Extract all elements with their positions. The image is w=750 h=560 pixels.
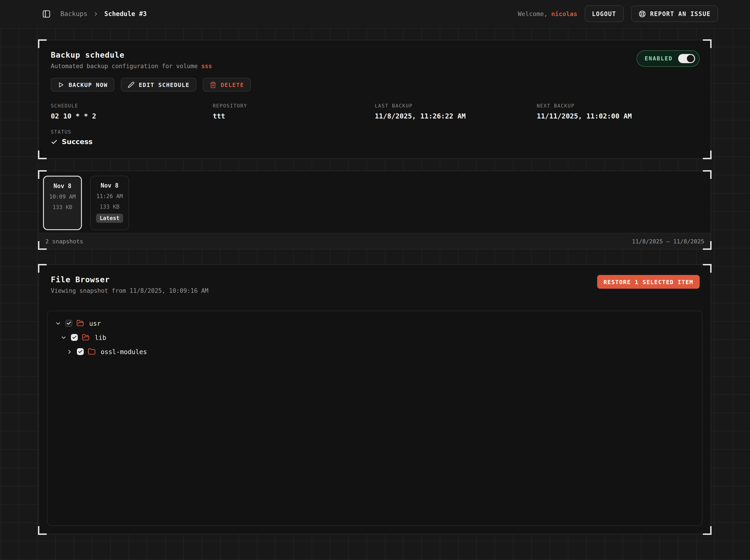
file-browser-panel: File Browser Viewing snapshot from 11/8/… (38, 264, 711, 534)
breadcrumb-section[interactable]: Backups (60, 10, 87, 17)
corner-bracket (703, 264, 712, 273)
file-browser-header-text: File Browser Viewing snapshot from 11/8/… (51, 275, 209, 294)
corner-bracket (703, 151, 712, 159)
status-block: STATUS Success (39, 120, 711, 146)
backup-now-button[interactable]: BACKUP NOW (51, 78, 115, 92)
welcome-text: Welcome, nicolas (518, 10, 577, 17)
panel-subtitle: Automated backup configuration for volum… (51, 63, 212, 69)
field-next-backup: NEXT BACKUP 11/11/2025, 11:02:00 AM (537, 103, 699, 120)
folder-open-icon (76, 319, 84, 327)
field-value: 02 10 * * 2 (51, 112, 213, 120)
field-value: 11/11/2025, 11:02:00 AM (537, 112, 699, 120)
latest-badge: Latest (96, 214, 123, 223)
top-bar-right: Welcome, nicolas LOGOUT REPORT AN ISSUE (518, 5, 718, 22)
enabled-label: ENABLED (645, 55, 673, 62)
page-title: Backup schedule (51, 50, 212, 59)
tree-item-name: lib (95, 334, 106, 341)
field-value: ttt (213, 112, 375, 120)
file-browser-subtitle: Viewing snapshot from 11/8/2025, 10:09:1… (51, 287, 209, 294)
play-icon (58, 81, 64, 88)
field-schedule: SCHEDULE 02 10 * * 2 (51, 103, 213, 120)
top-bar: Backups Schedule #3 Welcome, nicolas LOG… (0, 0, 750, 27)
username: nicolas (551, 10, 577, 17)
schedule-actions: BACKUP NOW EDIT SCHEDULE DELETE (39, 69, 711, 92)
corner-bracket (703, 526, 712, 535)
corner-bracket (703, 170, 712, 179)
snapshot-date: Nov 8 (91, 182, 129, 189)
restore-selected-button[interactable]: RESTORE 1 SELECTED ITEM (597, 275, 700, 289)
corner-bracket (38, 241, 47, 250)
tree-item-name: ossl-modules (101, 348, 147, 355)
field-label: REPOSITORY (213, 103, 375, 108)
snapshot-size: 133 KB (91, 204, 129, 210)
folder-icon (88, 348, 96, 356)
snapshot-card[interactable]: Nov 8 11:26 AM 133 KB Latest (90, 176, 129, 230)
corner-bracket (38, 170, 47, 179)
snapshot-date-range: 11/8/2025 – 11/8/2025 (632, 238, 704, 244)
corner-bracket (38, 39, 47, 48)
snapshot-cards: Nov 8 10:09 AM 133 KB Nov 8 11:26 AM 133… (43, 176, 129, 230)
lifebuoy-icon (638, 10, 646, 18)
snapshots-footer: 2 snapshots 11/8/2025 – 11/8/2025 (39, 233, 711, 249)
app-root: Backups Schedule #3 Welcome, nicolas LOG… (0, 0, 750, 560)
backup-schedule-panel: Backup schedule Automated backup configu… (38, 40, 711, 159)
chevron-down-icon[interactable] (60, 334, 67, 341)
file-tree: usr lib ossl-modules (47, 311, 703, 526)
field-repository: REPOSITORY ttt (213, 103, 375, 120)
field-label: NEXT BACKUP (537, 103, 699, 108)
schedule-fields: SCHEDULE 02 10 * * 2 REPOSITORY ttt LAST… (39, 92, 711, 120)
report-issue-button[interactable]: REPORT AN ISSUE (631, 5, 718, 22)
sidebar-toggle-icon[interactable] (40, 8, 52, 20)
field-label: SCHEDULE (51, 103, 213, 108)
enabled-toggle[interactable]: ENABLED (636, 50, 700, 67)
checkbox-checked[interactable] (77, 348, 84, 355)
chevron-right-icon[interactable] (66, 348, 73, 355)
corner-bracket (38, 526, 47, 535)
trash-icon (210, 81, 216, 88)
folder-open-icon (82, 334, 90, 341)
snapshot-card-selected[interactable]: Nov 8 10:09 AM 133 KB (43, 176, 82, 230)
field-label: LAST BACKUP (375, 103, 537, 108)
chevron-right-icon (93, 11, 99, 17)
pencil-icon (128, 81, 135, 88)
tree-row-usr[interactable]: usr (47, 316, 702, 330)
checkbox-checked[interactable] (71, 334, 78, 341)
delete-button[interactable]: DELETE (203, 78, 251, 92)
status-label: STATUS (51, 129, 699, 135)
corner-bracket (38, 151, 47, 159)
tree-row-ossl-modules[interactable]: ossl-modules (47, 344, 702, 359)
toggle-switch[interactable] (678, 54, 695, 63)
snapshot-time: 10:09 AM (44, 194, 81, 200)
tree-row-lib[interactable]: lib (47, 330, 702, 344)
snapshot-size: 133 KB (44, 204, 81, 211)
check-icon (51, 138, 58, 145)
edit-schedule-button[interactable]: EDIT SCHEDULE (121, 78, 197, 92)
snapshot-time: 11:26 AM (91, 193, 129, 199)
tree-item-name: usr (89, 320, 101, 327)
breadcrumb: Backups Schedule #3 (60, 10, 147, 17)
corner-bracket (703, 39, 712, 48)
snapshots-panel: Nov 8 10:09 AM 133 KB Nov 8 11:26 AM 133… (38, 171, 711, 249)
field-last-backup: LAST BACKUP 11/8/2025, 11:26:22 AM (375, 103, 537, 120)
corner-bracket (703, 241, 712, 250)
breadcrumb-current: Schedule #3 (104, 10, 147, 17)
volume-name: sss (201, 63, 212, 69)
toggle-knob (687, 55, 694, 62)
chevron-down-icon[interactable] (55, 320, 61, 326)
status-badge: Success (62, 138, 93, 146)
file-browser-title: File Browser (51, 275, 209, 284)
snapshot-count: 2 snapshots (45, 238, 83, 244)
snapshot-date: Nov 8 (44, 183, 81, 189)
logout-button[interactable]: LOGOUT (585, 5, 624, 22)
field-value: 11/8/2025, 11:26:22 AM (375, 112, 537, 120)
top-bar-left: Backups Schedule #3 (40, 8, 147, 20)
checkbox-partial[interactable] (65, 320, 72, 327)
panel-header-text: Backup schedule Automated backup configu… (51, 50, 212, 69)
corner-bracket (38, 264, 47, 273)
